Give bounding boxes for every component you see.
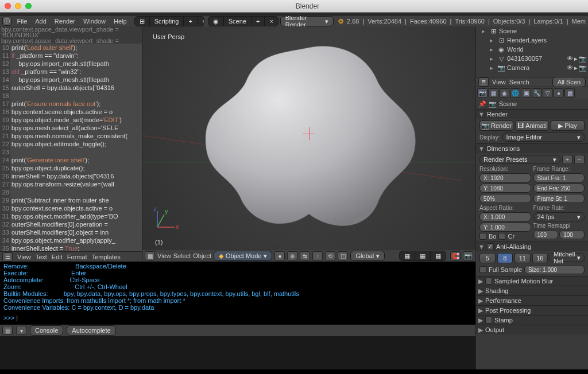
shading-solid-icon[interactable]: ● — [274, 251, 285, 260]
play-button[interactable]: ▶Play — [551, 120, 585, 131]
menu-help[interactable]: Help — [111, 17, 129, 26]
text-editor-body[interactable]: 10print('Load outer shell');11if _platfo… — [0, 44, 142, 251]
manipulator-toggle-icon[interactable]: ↹ — [300, 251, 310, 260]
aspect-y[interactable]: Y: 1.000 — [479, 223, 531, 232]
animation-button[interactable]: 🎞Animati — [515, 120, 549, 131]
scene-icon[interactable]: ◉ — [208, 17, 224, 26]
aa-filter[interactable]: Mitchell-Net▾ — [550, 253, 585, 262]
panel-collapsed[interactable]: ▶Shading — [476, 286, 588, 295]
editor-type-3dview-icon[interactable]: ▦ — [145, 251, 155, 260]
outliner-menu-view[interactable]: View — [492, 79, 506, 85]
tab-modifiers-icon[interactable]: 🔧 — [532, 88, 542, 98]
tab-render-layers-icon[interactable]: ▦ — [488, 88, 498, 98]
menu-window[interactable]: Window — [81, 17, 108, 26]
aa-8[interactable]: 8 — [497, 253, 513, 263]
panel-dimensions-head[interactable]: ▼Dimensions — [476, 143, 588, 153]
outliner-row[interactable]: ▸⊡RenderLayers — [476, 36, 588, 45]
panel-collapsed[interactable]: ▶Sampled Motion Blur — [476, 276, 588, 286]
editor-type-console-icon[interactable]: ▤ — [2, 326, 13, 335]
editor-type-text-icon[interactable]: ☰ — [2, 252, 13, 262]
panel-collapsed[interactable]: ▶Stamp — [476, 315, 588, 325]
tab-object-icon[interactable]: ▣ — [521, 88, 531, 98]
outliner-row[interactable]: ▸▽0431630057👁▸📷 — [476, 54, 588, 63]
layout-add-icon[interactable]: + — [184, 17, 197, 26]
snap-toggle-icon[interactable]: 🧲 — [450, 251, 461, 260]
outliner-menu-search[interactable]: Search — [509, 79, 529, 85]
outliner-filter[interactable]: All Scen — [552, 77, 586, 87]
text-menu-view[interactable]: View — [17, 254, 31, 260]
render-preview-icon[interactable]: 📷 — [463, 251, 473, 260]
panel-collapsed[interactable]: ▶Post Processing — [476, 305, 588, 315]
menu-add[interactable]: Add — [33, 17, 49, 26]
layout-name[interactable]: Scripting — [150, 17, 184, 26]
layout-remove-icon[interactable]: × — [198, 17, 204, 26]
layout-grid-icon[interactable]: ⊞ — [135, 17, 150, 26]
frame-step[interactable]: Frame St: 1 — [533, 194, 585, 203]
pin-icon[interactable]: 📌 — [478, 100, 486, 108]
vp-menu-object[interactable]: Object — [193, 252, 211, 259]
fps-select[interactable]: 24 fps▾ — [533, 212, 585, 221]
text-menu-format[interactable]: Format — [67, 254, 87, 260]
console-btn[interactable]: Console — [30, 325, 63, 336]
outliner[interactable]: ▸⊞Scene▸⊡RenderLayers▸◉World▸▽0431630057… — [476, 26, 588, 77]
aa-16[interactable]: 16 — [532, 253, 548, 263]
layers-buttons[interactable]: ▦▦▦ — [399, 251, 446, 261]
scene-add-icon[interactable]: + — [252, 17, 265, 26]
transform-orientation[interactable]: Global▾ — [350, 251, 385, 261]
panel-collapsed[interactable]: ▶Performance — [476, 295, 588, 305]
minimize-button[interactable] — [15, 3, 21, 9]
display-select[interactable]: Image Editor▾ — [502, 133, 585, 142]
menu-render[interactable]: Render — [52, 17, 78, 26]
tab-render-icon[interactable]: 📷 — [477, 88, 488, 98]
outliner-row[interactable]: ▸◉World — [476, 45, 588, 54]
pivot-median-icon[interactable]: ⊕ — [287, 251, 297, 260]
tab-texture-icon[interactable]: ▩ — [564, 88, 575, 98]
editor-type-outliner-icon[interactable]: ≣ — [478, 77, 489, 87]
scene-selector[interactable]: ◉ Scene + × — [208, 16, 278, 26]
res-y[interactable]: Y: 1080 — [479, 184, 531, 193]
close-button[interactable] — [5, 3, 11, 9]
res-pct[interactable]: 50% — [479, 194, 531, 203]
aa-5[interactable]: 5 — [479, 253, 496, 263]
res-x[interactable]: X: 1920 — [479, 173, 531, 182]
editor-type-info-icon[interactable]: ⓘ — [2, 17, 11, 26]
panel-collapsed[interactable]: ▶Output — [476, 325, 588, 334]
screen-layout-selector[interactable]: ⊞ Scripting + × — [134, 16, 204, 26]
tab-scene-icon[interactable]: ◉ — [499, 88, 509, 98]
preset-add-icon[interactable]: + — [562, 155, 572, 164]
text-menu-edit[interactable]: Edit — [52, 254, 63, 260]
outliner-row[interactable]: ▸⊞Scene — [476, 26, 588, 36]
frame-end[interactable]: End Fra: 250 — [533, 184, 585, 193]
panel-render-head[interactable]: ▼Render — [476, 109, 588, 119]
vp-menu-view[interactable]: View — [157, 252, 171, 259]
manipulator-rotate-icon[interactable]: ⟲ — [325, 251, 335, 260]
manipulator-scale-icon[interactable]: ◫ — [338, 251, 348, 260]
aa-11[interactable]: 11 — [514, 253, 531, 263]
scene-remove-icon[interactable]: × — [265, 17, 277, 26]
outliner-row[interactable]: ▸📷Camera👁▸📷 — [476, 63, 588, 72]
mode-selector[interactable]: ◆Object Mode▾ — [214, 251, 272, 261]
menu-file[interactable]: File — [15, 17, 30, 26]
render-presets[interactable]: Render Presets▾ — [479, 155, 560, 164]
remap-old[interactable]: 100 — [533, 230, 559, 239]
crop-checkbox[interactable]: Cr — [498, 233, 514, 240]
zoom-button[interactable] — [25, 3, 32, 9]
remap-new[interactable]: 100 — [559, 230, 585, 239]
frame-start[interactable]: Start Fra: 1 — [533, 173, 585, 182]
filter-size[interactable]: Size: 1.000 — [524, 265, 585, 274]
preset-remove-icon[interactable]: − — [574, 155, 585, 164]
python-console[interactable]: Remove: Backspace/DeleteExecute: EnterAu… — [0, 262, 475, 325]
manipulator-translate-icon[interactable]: ↕ — [312, 251, 323, 260]
render-button[interactable]: 📷Render — [479, 120, 513, 131]
scene-name[interactable]: Scene — [224, 17, 252, 26]
render-engine-selector[interactable]: Blender Render▾ — [280, 16, 334, 26]
autocomplete-btn[interactable]: Autocomplete — [67, 325, 115, 336]
panel-aa-head[interactable]: ▼✓Anti-Aliasing — [476, 241, 588, 251]
tab-data-icon[interactable]: ▽ — [543, 88, 553, 98]
tab-world-icon[interactable]: 🌐 — [510, 88, 520, 98]
text-menu-text[interactable]: Text — [36, 254, 47, 260]
text-menu-templates[interactable]: Templates — [92, 254, 121, 260]
tab-material-icon[interactable]: ● — [554, 88, 564, 98]
aspect-x[interactable]: X: 1.000 — [479, 212, 531, 221]
console-menu-icon[interactable]: ▾ — [16, 326, 26, 335]
